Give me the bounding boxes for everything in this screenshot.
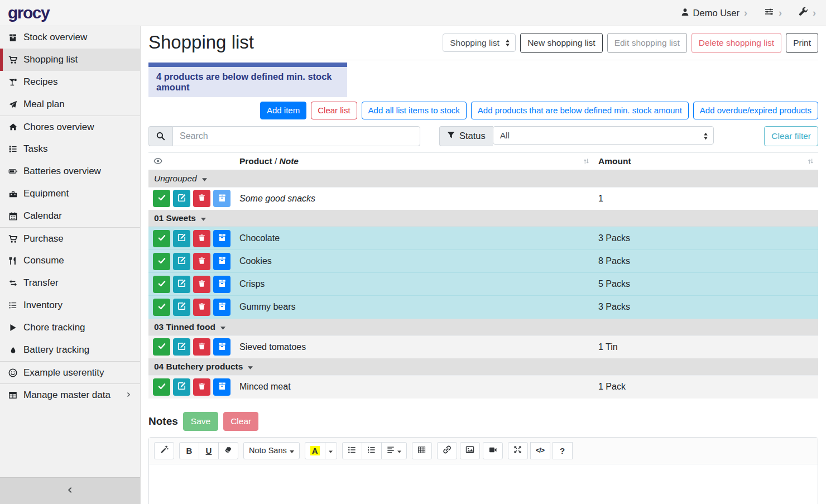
- caret-down-icon: [290, 446, 294, 455]
- edit-item-button[interactable]: [173, 299, 190, 316]
- sidebar-item-label: Tasks: [23, 143, 47, 155]
- insert-table-button[interactable]: [412, 442, 432, 459]
- sidebar-item-chore-tracking[interactable]: Chore tracking: [0, 316, 140, 339]
- mark-done-button[interactable]: [153, 378, 170, 396]
- shopping-cart-icon: [7, 55, 18, 64]
- settings-menu[interactable]: ›: [764, 7, 782, 18]
- delete-item-button[interactable]: [193, 338, 210, 356]
- new-shopping-list-button[interactable]: New shopping list: [520, 33, 602, 53]
- add-below-min-stock-button[interactable]: Add products that are below defined min.…: [471, 102, 689, 119]
- insert-picture-button[interactable]: [460, 442, 480, 459]
- group-header-01-sweets[interactable]: 01 Sweets: [148, 210, 818, 227]
- font-name-label: Noto Sans: [249, 446, 287, 455]
- add-to-stock-button[interactable]: [213, 378, 230, 396]
- status-filter-select[interactable]: All: [493, 126, 714, 145]
- unordered-list-button[interactable]: [342, 442, 362, 459]
- font-color-button[interactable]: A: [305, 442, 325, 459]
- sidebar-item-example-userentity[interactable]: Example userentity: [0, 361, 140, 383]
- edit-item-button[interactable]: [173, 190, 190, 207]
- delete-item-button[interactable]: [193, 253, 210, 270]
- delete-item-button[interactable]: [193, 190, 210, 207]
- user-menu[interactable]: Demo User ›: [681, 8, 747, 18]
- mark-done-button[interactable]: [153, 190, 170, 207]
- remove-format-button[interactable]: [218, 442, 238, 459]
- app-logo[interactable]: grocy: [8, 3, 49, 22]
- edit-item-button[interactable]: [173, 253, 190, 270]
- clear-notes-button[interactable]: Clear: [223, 412, 258, 431]
- add-to-stock-button[interactable]: [213, 276, 230, 293]
- add-all-to-stock-button[interactable]: Add all list items to stock: [362, 102, 467, 119]
- search-input[interactable]: [172, 126, 420, 146]
- delete-item-button[interactable]: [193, 276, 210, 293]
- sidebar-item-batteries-overview[interactable]: Batteries overview: [0, 160, 140, 183]
- font-color-caret-button[interactable]: [325, 442, 337, 459]
- help-button[interactable]: ?: [553, 442, 573, 459]
- sidebar-item-stock-overview[interactable]: Stock overview: [0, 26, 140, 49]
- paragraph-align-button[interactable]: [381, 442, 407, 459]
- edit-item-button[interactable]: [173, 276, 190, 293]
- group-header-ungrouped[interactable]: Ungrouped: [148, 170, 818, 187]
- sidebar-item-transfer[interactable]: Transfer: [0, 272, 140, 294]
- product-column-header[interactable]: Product / Note: [235, 152, 594, 170]
- add-to-stock-button[interactable]: [213, 253, 230, 270]
- shopping-list-selector[interactable]: Shopping list: [443, 33, 516, 52]
- min-stock-banner: 4 products are below defined min. stock …: [148, 63, 347, 97]
- print-button[interactable]: Print: [786, 33, 818, 53]
- sidebar-item-recipes[interactable]: Recipes: [0, 71, 140, 93]
- amount-column-header[interactable]: Amount: [594, 152, 818, 170]
- admin-menu[interactable]: ›: [799, 7, 816, 19]
- sidebar-collapse-button[interactable]: [0, 477, 140, 504]
- sidebar-item-meal-plan[interactable]: Meal plan: [0, 93, 140, 116]
- edit-item-button[interactable]: [173, 338, 190, 356]
- sidebar-item-purchase[interactable]: Purchase: [0, 227, 140, 249]
- add-to-stock-button[interactable]: [213, 190, 230, 207]
- magic-style-button[interactable]: [154, 442, 174, 459]
- mark-done-button[interactable]: [153, 230, 170, 247]
- insert-link-button[interactable]: [437, 442, 457, 459]
- utensils-icon: [7, 257, 18, 265]
- bold-button[interactable]: B: [179, 442, 199, 459]
- delete-item-button[interactable]: [193, 299, 210, 316]
- fullscreen-button[interactable]: [508, 442, 528, 459]
- sidebar-item-battery-tracking[interactable]: Battery tracking: [0, 339, 140, 361]
- group-header-03-tinned-food[interactable]: 03 Tinned food: [148, 319, 818, 336]
- mark-done-button[interactable]: [153, 338, 170, 356]
- sidebar-item-tasks[interactable]: Tasks: [0, 138, 140, 160]
- edit-item-button[interactable]: [173, 230, 190, 247]
- underline-button[interactable]: U: [199, 442, 219, 459]
- sidebar-item-calendar[interactable]: Calendar: [0, 205, 140, 227]
- eye-icon: [153, 157, 230, 165]
- visibility-column-header: [148, 152, 235, 170]
- sidebar-item-inventory[interactable]: Inventory: [0, 294, 140, 316]
- insert-video-button[interactable]: [483, 442, 503, 459]
- font-family-dropdown[interactable]: Noto Sans: [243, 442, 300, 459]
- sidebar-item-manage-master-data[interactable]: Manage master data: [0, 383, 140, 406]
- add-item-button[interactable]: Add item: [260, 102, 306, 119]
- save-notes-button[interactable]: Save: [183, 412, 218, 431]
- clear-list-button[interactable]: Clear list: [311, 102, 357, 119]
- edit-shopping-list-button[interactable]: Edit shopping list: [607, 33, 687, 53]
- mark-done-button[interactable]: [153, 299, 170, 316]
- code-view-button[interactable]: </>: [530, 442, 550, 459]
- clear-filter-button[interactable]: Clear filter: [764, 126, 818, 146]
- notes-editor-content[interactable]: [149, 464, 818, 504]
- mark-done-button[interactable]: [153, 253, 170, 270]
- group-header-04-butchery-products[interactable]: 04 Butchery products: [148, 358, 818, 376]
- stock-box-icon: [218, 382, 227, 392]
- sidebar-item-equipment[interactable]: Equipment: [0, 183, 140, 205]
- mark-done-button[interactable]: [153, 276, 170, 293]
- edit-item-button[interactable]: [173, 378, 190, 396]
- delete-shopping-list-button[interactable]: Delete shopping list: [691, 33, 781, 53]
- add-overdue-button[interactable]: Add overdue/expired products: [693, 102, 818, 119]
- sidebar-item-consume[interactable]: Consume: [0, 249, 140, 272]
- delete-item-button[interactable]: [193, 230, 210, 247]
- stock-box-icon: [218, 233, 227, 243]
- add-to-stock-button[interactable]: [213, 338, 230, 356]
- sidebar-item-shopping-list[interactable]: Shopping list: [0, 49, 140, 71]
- add-to-stock-button[interactable]: [213, 299, 230, 316]
- sidebar-item-chores-overview[interactable]: Chores overview: [0, 116, 140, 138]
- ordered-list-button[interactable]: [362, 442, 382, 459]
- check-icon: [157, 382, 166, 392]
- add-to-stock-button[interactable]: [213, 230, 230, 247]
- delete-item-button[interactable]: [193, 378, 210, 396]
